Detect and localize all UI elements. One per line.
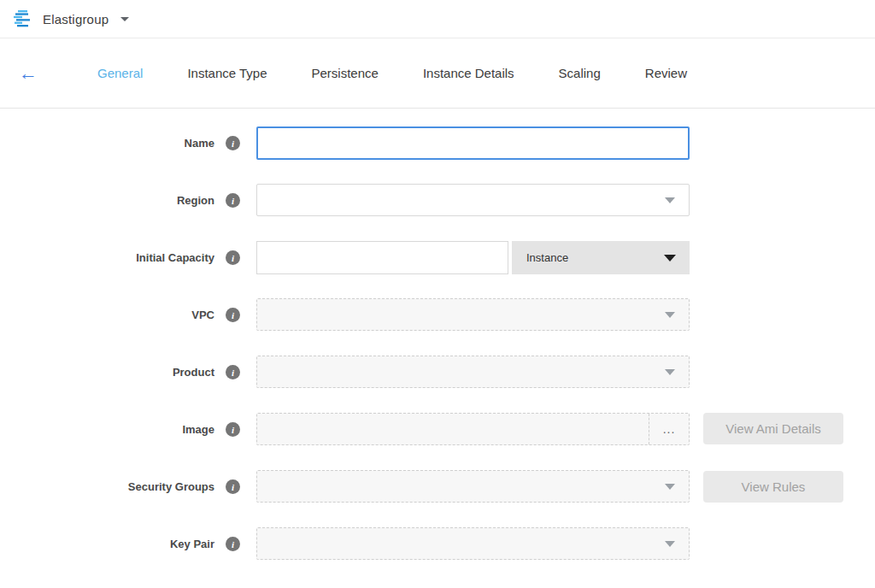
app-header: Elastigroup	[0, 0, 875, 38]
tab-review[interactable]: Review	[645, 59, 687, 87]
info-icon[interactable]: i	[226, 479, 240, 494]
key-pair-label: Key Pair	[170, 538, 214, 550]
chevron-down-icon	[665, 369, 675, 375]
info-icon[interactable]: i	[226, 308, 240, 322]
tab-general[interactable]: General	[97, 59, 143, 87]
tab-instance-type[interactable]: Instance Type	[187, 59, 267, 87]
form-row-region: Region i	[0, 184, 875, 217]
view-ami-details-button[interactable]: View Ami Details	[703, 413, 843, 444]
capacity-unit-value: Instance	[526, 251, 568, 264]
security-groups-label: Security Groups	[128, 480, 214, 493]
form-row-name: Name i	[0, 126, 875, 160]
chevron-down-icon	[665, 197, 675, 203]
wizard-tabs: General Instance Type Persistence Instan…	[75, 59, 709, 87]
chevron-down-icon	[665, 312, 675, 318]
vpc-label: VPC	[191, 309, 214, 321]
product-label: Product	[173, 366, 214, 379]
form-row-key-pair: Key Pair i	[0, 527, 875, 561]
info-icon[interactable]: i	[226, 250, 240, 265]
app-name: Elastigroup	[43, 12, 109, 26]
info-icon[interactable]: i	[226, 365, 240, 379]
view-rules-button[interactable]: View Rules	[703, 471, 843, 503]
form-row-vpc: VPC i	[0, 298, 875, 332]
chevron-down-icon	[664, 255, 676, 262]
capacity-unit-select[interactable]: Instance	[512, 241, 690, 274]
tab-instance-details[interactable]: Instance Details	[423, 59, 514, 87]
name-label: Name	[185, 137, 214, 150]
form-row-image: Image i ... View Ami Details	[0, 413, 875, 446]
key-pair-select	[256, 527, 690, 560]
tab-scaling[interactable]: Scaling	[559, 59, 601, 87]
image-label: Image	[182, 423, 214, 436]
chevron-down-icon	[665, 541, 675, 547]
info-icon[interactable]: i	[226, 537, 240, 551]
initial-capacity-input[interactable]	[256, 241, 508, 274]
form-row-security-groups: Security Groups i View Rules	[0, 470, 875, 503]
image-browse-button[interactable]: ...	[649, 414, 689, 444]
form-row-product: Product i	[0, 356, 875, 389]
tab-persistence[interactable]: Persistence	[312, 59, 379, 87]
initial-capacity-label: Initial Capacity	[136, 251, 214, 264]
chevron-down-icon	[120, 17, 129, 21]
product-select	[256, 356, 690, 388]
chevron-down-icon	[665, 484, 675, 490]
elastigroup-logo-icon	[12, 9, 34, 28]
app-switcher[interactable]: Elastigroup	[12, 9, 129, 28]
image-picker: ...	[256, 413, 690, 445]
vpc-select	[256, 298, 690, 331]
info-icon[interactable]: i	[226, 422, 240, 437]
info-icon[interactable]: i	[226, 136, 240, 150]
security-groups-select	[256, 470, 690, 503]
info-icon[interactable]: i	[226, 193, 240, 208]
back-arrow-icon[interactable]: ←	[19, 64, 41, 83]
region-select[interactable]	[256, 184, 690, 216]
general-form: Name i Region i Initial Capacity i Insta…	[0, 109, 875, 561]
form-row-initial-capacity: Initial Capacity i Instance	[0, 241, 875, 274]
name-input[interactable]	[256, 126, 690, 160]
region-label: Region	[177, 194, 214, 207]
wizard-tab-bar: ← General Instance Type Persistence Inst…	[0, 38, 875, 109]
